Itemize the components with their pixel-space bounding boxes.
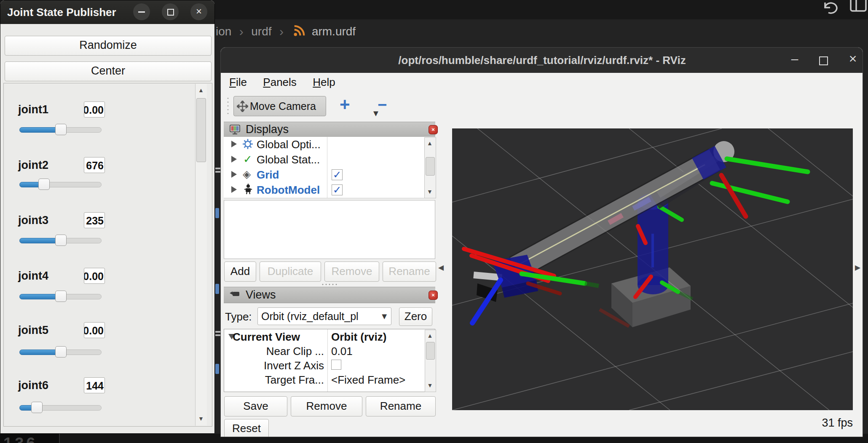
tree-row[interactable]: ✓ Global Stat... (224, 152, 435, 167)
close-button[interactable]: × (190, 3, 207, 20)
property-key[interactable]: Current View (233, 331, 300, 344)
add-tool-plus-icon[interactable]: + (340, 94, 350, 115)
menu-panels[interactable]: Panels (263, 73, 297, 91)
enabled-checkbox[interactable]: ✓ (332, 169, 343, 180)
views-panel-header[interactable]: Views × (224, 287, 435, 303)
slider-handle[interactable] (31, 402, 43, 413)
menu-help[interactable]: Help (313, 73, 335, 91)
rename-display-button[interactable]: Rename (383, 262, 436, 282)
scrollbar-thumb[interactable] (426, 342, 435, 360)
rviz-titlebar[interactable]: /opt/ros/humble/share/urdf_tutorial/rviz… (221, 48, 863, 73)
rename-view-button[interactable]: Rename (366, 396, 436, 416)
property-value[interactable]: Orbit (rviz) (331, 331, 386, 344)
enabled-checkbox[interactable]: ✓ (332, 184, 343, 195)
breadcrumb-item[interactable]: ion (216, 25, 231, 38)
displays-close-button[interactable]: × (429, 125, 438, 134)
breadcrumb-item[interactable]: urdf (251, 25, 271, 38)
toolbar-overflow-caret-icon[interactable]: ▼ (372, 109, 380, 118)
minimize-button[interactable] (133, 3, 150, 20)
joint-slider[interactable] (19, 238, 102, 243)
property-key[interactable]: Near Clip ... (233, 345, 324, 358)
close-button[interactable]: × (844, 51, 861, 67)
robot-long-tube (515, 160, 715, 268)
tree-row[interactable]: ◈ Grid ✓ (224, 167, 435, 182)
reset-button[interactable]: Reset (224, 419, 269, 437)
close-icon: × (431, 292, 435, 298)
views-close-button[interactable]: × (429, 291, 438, 300)
displays-description-area (224, 200, 435, 259)
slider-handle[interactable] (55, 291, 67, 302)
jsp-titlebar[interactable]: Joint State Publisher × (0, 0, 214, 24)
joint-slider[interactable] (19, 182, 102, 187)
joint-slider[interactable] (19, 294, 102, 299)
invert-z-checkbox[interactable] (331, 360, 341, 370)
scrollbar-thumb[interactable] (426, 157, 435, 176)
view-type-combobox[interactable]: Orbit (rviz_default_pl ▼ (257, 307, 391, 325)
expander-icon[interactable] (231, 156, 237, 163)
joint-slider[interactable] (19, 350, 102, 355)
tree-row-label[interactable]: Grid (257, 168, 279, 181)
scroll-up-icon[interactable]: ▲ (425, 330, 435, 341)
panel-collapse-right-icon[interactable]: ▶ (855, 263, 860, 272)
toolbar-grip-handle[interactable] (226, 96, 230, 115)
menu-file[interactable]: File (229, 73, 247, 91)
scrollbar-thumb[interactable] (196, 98, 206, 162)
slider-handle[interactable] (55, 124, 67, 135)
scroll-down-icon[interactable]: ▼ (196, 413, 206, 424)
joint-slider[interactable] (19, 405, 102, 411)
maximize-button[interactable] (162, 3, 179, 20)
panel-layout-icon[interactable] (849, 0, 867, 14)
displays-panel-header[interactable]: Displays × (224, 122, 435, 138)
slider-handle[interactable] (38, 179, 50, 190)
chevron-right-icon: › (279, 24, 284, 39)
duplicate-display-button[interactable]: Duplicate (260, 262, 321, 282)
property-key[interactable]: Invert Z Axis (233, 359, 324, 372)
scrollbar[interactable]: ▲ ▼ (195, 84, 207, 426)
maximize-button[interactable] (819, 56, 828, 65)
tree-row-label[interactable]: Global Stat... (257, 153, 320, 166)
expander-icon[interactable] (231, 186, 237, 193)
joint-state-publisher-window: Joint State Publisher × Randomize Center… (0, 0, 215, 434)
center-button[interactable]: Center (5, 61, 212, 81)
panel-splitter-handle[interactable] (321, 283, 338, 286)
tree-row-label[interactable]: RobotModel (257, 184, 320, 197)
add-display-button[interactable]: Add (224, 262, 256, 282)
views-camera-icon (229, 291, 241, 301)
remove-view-button[interactable]: Remove (291, 396, 362, 416)
property-key[interactable]: Target Fra... (233, 374, 324, 387)
slider-handle[interactable] (55, 235, 67, 246)
property-value[interactable]: <Fixed Frame> (331, 374, 405, 387)
minimize-button[interactable]: – (786, 52, 803, 66)
property-value[interactable]: 0.01 (331, 345, 353, 358)
tree-row-label[interactable]: Global Opti... (257, 138, 321, 151)
type-label: Type: (225, 310, 252, 323)
joint-value-field[interactable]: 144 (84, 377, 105, 393)
scroll-up-icon[interactable]: ▲ (196, 85, 206, 96)
slider-handle[interactable] (55, 346, 67, 358)
displays-panel-title: Displays (246, 123, 289, 136)
joint-value-field[interactable]: 0.00 (84, 322, 105, 338)
joint-value-field[interactable]: 676 (84, 157, 105, 173)
remove-display-button[interactable]: Remove (324, 262, 379, 282)
joint-slider[interactable] (19, 127, 102, 133)
zero-button[interactable]: Zero (399, 307, 432, 326)
3d-viewport[interactable] (452, 128, 853, 410)
joint-value-field[interactable]: 0.00 (84, 268, 105, 284)
undo-icon[interactable] (821, 1, 840, 17)
joint-value-field[interactable]: 0.00 (84, 101, 105, 117)
tree-row[interactable]: Global Opti... (224, 137, 435, 152)
move-camera-tool-button[interactable]: Move Camera (233, 96, 326, 116)
expander-icon[interactable] (231, 171, 237, 178)
tree-row[interactable]: RobotModel ✓ (224, 182, 435, 197)
scrollbar[interactable]: ▲ ▼ (425, 330, 436, 392)
breadcrumb-item-current[interactable]: arm.urdf (312, 25, 356, 38)
scroll-down-icon[interactable]: ▼ (425, 186, 435, 197)
save-view-button[interactable]: Save (224, 396, 287, 416)
scrollbar[interactable]: ▲ ▼ (424, 137, 436, 198)
panel-collapse-left-icon[interactable]: ◀ (438, 263, 444, 272)
scroll-up-icon[interactable]: ▲ (425, 138, 435, 149)
joint-value-field[interactable]: 235 (84, 212, 105, 228)
expander-icon[interactable] (231, 141, 237, 147)
randomize-button[interactable]: Randomize (5, 36, 212, 56)
scroll-down-icon[interactable]: ▼ (425, 380, 435, 391)
